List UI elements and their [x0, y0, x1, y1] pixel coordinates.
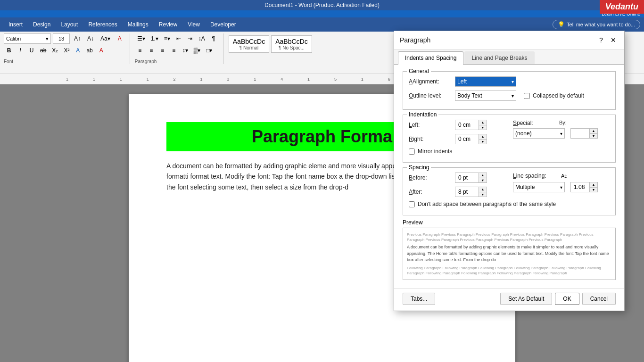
before-down[interactable]: ▼	[479, 178, 487, 183]
dialog-help-btn[interactable]: ?	[596, 35, 606, 45]
spacing-right-col: Line spacing: At: Multiple ▾ 1.08	[513, 173, 610, 201]
right-indent-up[interactable]: ▲	[479, 134, 487, 140]
sort-btn[interactable]: ↕A	[196, 33, 207, 44]
ok-btn[interactable]: OK	[555, 293, 579, 305]
right-indent-down[interactable]: ▼	[479, 140, 487, 144]
borders-btn[interactable]: □▾	[204, 45, 215, 56]
after-down[interactable]: ▼	[479, 192, 487, 197]
align-right-btn[interactable]: ≡	[157, 45, 168, 56]
menu-review[interactable]: Review	[154, 19, 182, 30]
font-size-box[interactable]: 13	[53, 33, 70, 44]
underline-btn[interactable]: U	[26, 45, 37, 56]
at-up[interactable]: ▲	[590, 182, 597, 188]
mirror-indents-label: Mirror indents	[418, 148, 452, 155]
change-case-btn[interactable]: Aa▾	[98, 33, 113, 44]
dont-add-space-label: Don't add space between paragraphs of th…	[418, 201, 556, 207]
highlight-btn[interactable]: ab	[84, 45, 95, 56]
menu-developer[interactable]: Developer	[206, 19, 241, 30]
at-spinner[interactable]: 1.08 ▲ ▼	[570, 182, 598, 192]
special-select[interactable]: (none) ▾	[513, 128, 565, 139]
decrease-indent-btn[interactable]: ⇤	[173, 33, 184, 44]
vedantu-tagline: Learn LIVE Online	[0, 10, 644, 17]
menu-insert[interactable]: Insert	[4, 19, 27, 30]
after-row: After: 8 pt ▲ ▼	[409, 187, 505, 197]
right-indent-spinner[interactable]: 0 cm ▲ ▼	[455, 134, 487, 144]
text-color-btn[interactable]: A	[73, 45, 83, 56]
by-up[interactable]: ▲	[590, 129, 597, 134]
title-text: Document1 - Word (Product Activation Fai…	[264, 2, 380, 8]
dialog-close-btn[interactable]: ✕	[608, 35, 619, 45]
tabs-btn[interactable]: Tabs...	[403, 293, 435, 305]
menu-references[interactable]: References	[83, 19, 122, 30]
font-name-box[interactable]: Calibri ▾	[4, 33, 51, 44]
dialog-footer: Tabs... Set As Default OK Cancel	[394, 288, 624, 311]
by-spinner[interactable]: ▲ ▼	[570, 128, 598, 139]
left-indent-up[interactable]: ▲	[479, 120, 487, 125]
strikethrough-btn[interactable]: ab	[38, 45, 49, 56]
dont-add-space-checkbox[interactable]	[409, 201, 415, 207]
multilevel-btn[interactable]: ≡▾	[162, 33, 173, 44]
italic-btn[interactable]: I	[15, 45, 25, 56]
outline-level-select[interactable]: Body Text ▾	[455, 90, 516, 101]
style-no-spacing[interactable]: AaBbCcDc ¶ No Spac...	[271, 35, 312, 53]
at-down[interactable]: ▼	[590, 188, 597, 192]
after-up[interactable]: ▲	[479, 187, 487, 192]
vedantu-logo: Vedantu	[600, 0, 644, 14]
numbering-btn[interactable]: 1.▾	[149, 33, 161, 44]
clear-format-btn[interactable]: A	[115, 33, 125, 44]
before-spinner[interactable]: 0 pt ▲ ▼	[455, 173, 487, 183]
tab-indents-spacing[interactable]: Indents and Spacing	[398, 51, 463, 65]
preview-main-text: A document can be formatted by adding gr…	[407, 244, 611, 263]
dialog-tabs: Indents and Spacing Line and Page Breaks	[394, 49, 624, 65]
bullets-btn[interactable]: ☰▾	[135, 33, 148, 44]
style-normal[interactable]: AaBbCcDc ¶ Normal	[229, 35, 269, 53]
outline-level-label: Outline level:	[409, 92, 451, 99]
justify-btn[interactable]: ≡	[169, 45, 179, 56]
mirror-indents-row: Mirror indents	[409, 148, 610, 155]
preview-label: Preview	[403, 219, 616, 226]
tab-line-page-breaks[interactable]: Line and Page Breaks	[464, 51, 534, 64]
shading-btn[interactable]: ▒▾	[191, 45, 203, 56]
special-label: Special:	[513, 120, 555, 126]
align-center-btn[interactable]: ≡	[146, 45, 157, 56]
line-spacing-ribbon-btn[interactable]: ↕▾	[180, 45, 190, 56]
before-up[interactable]: ▲	[479, 173, 487, 178]
collapsed-label: Collapsed by default	[533, 92, 584, 99]
tell-me-input[interactable]: 💡 Tell me what you want to do...	[553, 20, 640, 29]
indentation-section: Indentation Left: 0 cm ▲ ▼	[403, 115, 616, 163]
after-label: After:	[409, 189, 451, 195]
vedantu-name: Vedantu	[605, 2, 638, 11]
dialog-body: General AAlignment: Left ▾ Outline level…	[394, 65, 624, 287]
at-label: At:	[561, 173, 567, 179]
outline-level-row: Outline level: Body Text ▾ Collapsed by …	[409, 90, 610, 101]
collapsed-checkbox[interactable]	[524, 93, 530, 99]
mirror-indents-checkbox[interactable]	[409, 148, 415, 155]
after-spinner[interactable]: 8 pt ▲ ▼	[455, 187, 487, 197]
spacing-section: Spacing Before: 0 pt ▲ ▼	[403, 167, 616, 215]
alignment-select[interactable]: Left ▾	[455, 76, 516, 87]
align-left-btn[interactable]: ≡	[135, 45, 145, 56]
menu-view[interactable]: View	[183, 19, 205, 30]
superscript-btn[interactable]: X²	[61, 45, 72, 56]
font-color-btn[interactable]: A	[96, 45, 107, 56]
line-spacing-label: Line spacing:	[513, 173, 555, 179]
show-marks-btn[interactable]: ¶	[208, 33, 219, 44]
left-indent-down[interactable]: ▼	[479, 125, 487, 130]
grow-font-btn[interactable]: A↑	[72, 33, 83, 44]
shrink-font-btn[interactable]: A↓	[85, 33, 96, 44]
menu-layout[interactable]: Layout	[56, 19, 83, 30]
font-group-label: Font	[4, 57, 125, 64]
cancel-btn[interactable]: Cancel	[582, 293, 616, 305]
line-spacing-select[interactable]: Multiple ▾	[513, 182, 565, 192]
paragraph-dialog: Paragraph ? ✕ Indents and Spacing Line a…	[394, 31, 625, 311]
set-default-btn[interactable]: Set As Default	[500, 293, 552, 305]
paragraph-group-label: Paragraph	[135, 57, 219, 64]
menu-design[interactable]: Design	[28, 19, 55, 30]
by-down[interactable]: ▼	[590, 134, 597, 139]
subscript-btn[interactable]: X₂	[50, 45, 60, 56]
alignment-row: AAlignment: Left ▾	[409, 76, 610, 87]
bold-btn[interactable]: B	[4, 45, 14, 56]
menu-mailings[interactable]: Mailings	[123, 19, 153, 30]
increase-indent-btn[interactable]: ⇥	[185, 33, 195, 44]
left-indent-spinner[interactable]: 0 cm ▲ ▼	[455, 120, 487, 130]
